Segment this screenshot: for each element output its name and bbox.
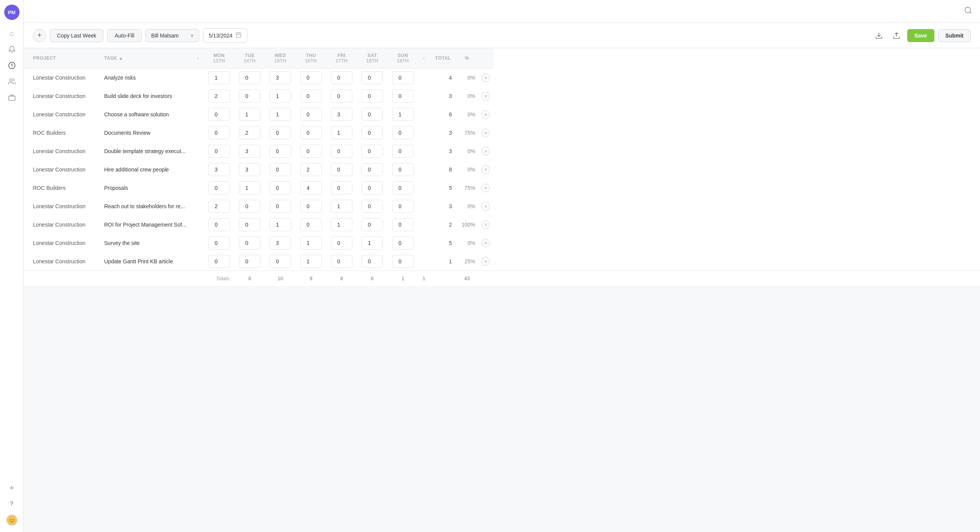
- input-day-3[interactable]: [300, 218, 322, 231]
- submit-button[interactable]: Submit: [938, 29, 971, 42]
- delete-row-button[interactable]: ✕: [481, 73, 490, 82]
- delete-row-button[interactable]: ✕: [481, 239, 490, 247]
- cell-day-0[interactable]: [204, 179, 234, 197]
- cell-day-0[interactable]: [204, 142, 234, 160]
- input-day-3[interactable]: [300, 71, 322, 84]
- cell-day-0[interactable]: [204, 234, 234, 252]
- input-day-0[interactable]: [208, 218, 230, 231]
- cell-day-5[interactable]: [357, 142, 388, 160]
- input-day-5[interactable]: [362, 90, 383, 103]
- cell-day-1[interactable]: [234, 105, 265, 124]
- cell-day-4[interactable]: [326, 87, 357, 105]
- input-day-2[interactable]: [270, 237, 291, 250]
- cell-day-3[interactable]: [296, 234, 326, 252]
- cell-day-5[interactable]: [357, 160, 388, 179]
- copy-last-week-button[interactable]: Copy Last Week: [50, 29, 103, 42]
- input-day-3[interactable]: [300, 126, 322, 139]
- input-day-1[interactable]: [239, 90, 260, 103]
- cell-day-5[interactable]: [357, 87, 388, 105]
- input-day-0[interactable]: [208, 108, 230, 121]
- app-logo[interactable]: PM: [4, 5, 20, 20]
- cell-day-1[interactable]: [234, 215, 265, 234]
- input-day-3[interactable]: [300, 145, 322, 158]
- input-day-4[interactable]: [331, 71, 352, 84]
- input-day-4[interactable]: [331, 200, 352, 213]
- input-day-0[interactable]: [208, 145, 230, 158]
- cell-day-3[interactable]: [296, 105, 326, 124]
- cell-day-2[interactable]: [265, 234, 296, 252]
- input-day-5[interactable]: [362, 218, 383, 231]
- input-day-2[interactable]: [270, 126, 291, 139]
- cell-day-2[interactable]: [265, 160, 296, 179]
- delete-row-button[interactable]: ✕: [481, 184, 490, 192]
- search-icon[interactable]: [964, 6, 972, 16]
- input-day-6[interactable]: [392, 181, 414, 194]
- cell-day-3[interactable]: [296, 215, 326, 234]
- cell-day-6[interactable]: [388, 197, 418, 215]
- cell-day-6[interactable]: [388, 252, 418, 271]
- cell-day-4[interactable]: [326, 252, 357, 271]
- input-day-6[interactable]: [392, 145, 414, 158]
- input-day-6[interactable]: [392, 108, 414, 121]
- delete-row-button[interactable]: ✕: [481, 220, 490, 229]
- cell-day-3[interactable]: [296, 197, 326, 215]
- input-day-2[interactable]: [270, 181, 291, 194]
- cell-day-6[interactable]: [388, 87, 418, 105]
- input-day-1[interactable]: [239, 163, 260, 176]
- input-day-0[interactable]: [208, 200, 230, 213]
- input-day-1[interactable]: [239, 200, 260, 213]
- cell-day-4[interactable]: [326, 105, 357, 124]
- delete-row-button[interactable]: ✕: [481, 110, 490, 119]
- input-day-4[interactable]: [331, 181, 352, 194]
- input-day-3[interactable]: [300, 108, 322, 121]
- delete-row-button[interactable]: ✕: [481, 147, 490, 155]
- sidebar-item-projects[interactable]: [5, 90, 19, 105]
- cell-day-1[interactable]: [234, 234, 265, 252]
- cell-day-3[interactable]: [296, 160, 326, 179]
- delete-row-button[interactable]: ✕: [481, 92, 490, 100]
- cell-day-2[interactable]: [265, 179, 296, 197]
- input-day-5[interactable]: [362, 163, 383, 176]
- cell-day-4[interactable]: [326, 179, 357, 197]
- delete-row-button[interactable]: ✕: [481, 165, 490, 174]
- cell-day-6[interactable]: [388, 69, 418, 87]
- input-day-1[interactable]: [239, 126, 260, 139]
- cell-day-5[interactable]: [357, 69, 388, 87]
- cell-day-1[interactable]: [234, 124, 265, 142]
- cell-day-5[interactable]: [357, 215, 388, 234]
- input-day-3[interactable]: [300, 200, 322, 213]
- input-day-4[interactable]: [331, 126, 352, 139]
- input-day-1[interactable]: [239, 237, 260, 250]
- input-day-4[interactable]: [331, 255, 352, 268]
- cell-day-1[interactable]: [234, 197, 265, 215]
- input-day-3[interactable]: [300, 237, 322, 250]
- input-day-2[interactable]: [270, 145, 291, 158]
- input-day-6[interactable]: [392, 126, 414, 139]
- cell-day-2[interactable]: [265, 105, 296, 124]
- input-day-3[interactable]: [300, 255, 322, 268]
- input-day-0[interactable]: [208, 71, 230, 84]
- cell-day-0[interactable]: [204, 124, 234, 142]
- cell-day-6[interactable]: [388, 179, 418, 197]
- input-day-5[interactable]: [362, 255, 383, 268]
- prev-week-button[interactable]: ‹: [192, 48, 204, 69]
- input-day-6[interactable]: [392, 218, 414, 231]
- cell-day-4[interactable]: [326, 234, 357, 252]
- cell-day-0[interactable]: [204, 105, 234, 124]
- input-day-1[interactable]: [239, 218, 260, 231]
- cell-day-1[interactable]: [234, 160, 265, 179]
- cell-day-0[interactable]: [204, 197, 234, 215]
- sidebar-item-home[interactable]: ⌂: [5, 26, 19, 41]
- cell-day-0[interactable]: [204, 87, 234, 105]
- cell-day-6[interactable]: [388, 142, 418, 160]
- cell-day-1[interactable]: [234, 252, 265, 271]
- cell-day-2[interactable]: [265, 252, 296, 271]
- input-day-5[interactable]: [362, 200, 383, 213]
- download-button[interactable]: [872, 29, 886, 42]
- input-day-2[interactable]: [270, 218, 291, 231]
- cell-day-0[interactable]: [204, 252, 234, 271]
- cell-day-2[interactable]: [265, 124, 296, 142]
- cell-day-6[interactable]: [388, 105, 418, 124]
- cell-day-5[interactable]: [357, 234, 388, 252]
- cell-day-3[interactable]: [296, 142, 326, 160]
